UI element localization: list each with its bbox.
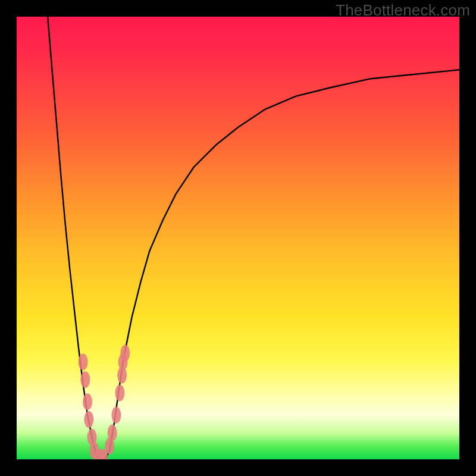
- sample-marker: [79, 353, 88, 370]
- bottleneck-curve: [48, 17, 459, 459]
- sample-marker: [115, 384, 124, 401]
- plot-area: [17, 17, 459, 459]
- chart-frame: TheBottleneck.com: [0, 0, 476, 476]
- sample-marker: [83, 393, 92, 410]
- sample-marker: [120, 345, 130, 361]
- sample-marker: [80, 371, 90, 388]
- sample-markers: [79, 345, 130, 459]
- sample-marker: [111, 407, 121, 424]
- chart-svg: [17, 17, 459, 459]
- curve-line: [48, 17, 459, 459]
- sample-marker: [84, 411, 93, 428]
- watermark-text: TheBottleneck.com: [336, 2, 470, 18]
- sample-marker: [108, 424, 117, 441]
